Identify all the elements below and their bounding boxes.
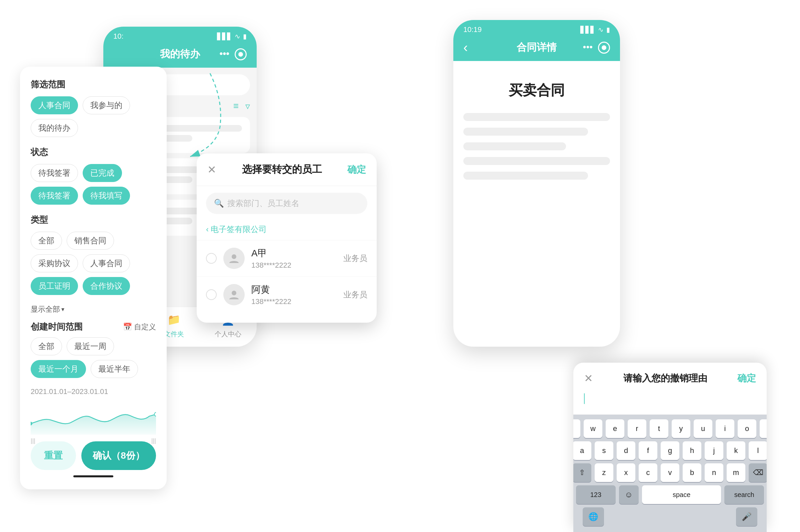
key-w[interactable]: w (584, 419, 602, 438)
filter-tag-wait-sign[interactable]: 待我签署 (31, 164, 78, 182)
filter-tags-status: 待我签署 已完成 待我签署 待我填写 (31, 164, 156, 205)
filter-tag-done[interactable]: 已完成 (83, 164, 122, 182)
key-mic[interactable]: 🎤 (736, 507, 757, 526)
signal-icons-todo: ▋▋▋ ∿ ▮ (217, 32, 247, 40)
nav-label-profile: 个人中心 (215, 330, 241, 339)
key-globe[interactable]: 🌐 (583, 507, 604, 526)
keyboard: q w e r t y u i o p a s d f g h j k (573, 415, 767, 532)
key-a[interactable]: a (573, 441, 591, 460)
filter-tag-wait-sign2[interactable]: 待我签署 (31, 187, 78, 205)
filter-tag-week[interactable]: 最近一周 (66, 337, 114, 355)
filter-title-range: 筛选范围 (31, 79, 156, 90)
list-icon[interactable]: ≡ (233, 101, 239, 112)
key-123[interactable]: 123 (576, 485, 616, 504)
confirm-button[interactable]: 确认（8份） (81, 441, 156, 470)
key-i[interactable]: i (716, 419, 734, 438)
filter-panel: 筛选范围 人事合同 我参与的 我的待办 状态 待我签署 已完成 待我签署 待我填… (20, 66, 167, 489)
custom-date[interactable]: 📅 自定义 (123, 322, 156, 332)
status-bar-detail: 10:19 ▋▋▋ ∿ ▮ (453, 20, 620, 37)
nav-title-todo: 我的待办 (160, 48, 200, 61)
signal-icon-detail: ▋▋▋ (580, 26, 595, 34)
key-n[interactable]: n (705, 463, 723, 482)
key-v[interactable]: v (661, 463, 679, 482)
key-space[interactable]: space (642, 485, 721, 504)
keyboard-row-2: a s d f g h j k l (576, 441, 764, 460)
battery-icon-detail: ▮ (606, 26, 610, 34)
cancel-input-area[interactable] (573, 388, 767, 415)
reset-button[interactable]: 重置 (31, 441, 76, 470)
detail-line-1 (463, 113, 610, 121)
filter-tag-time-all[interactable]: 全部 (31, 337, 62, 355)
record-icon-detail[interactable] (598, 42, 610, 54)
key-r[interactable]: r (628, 419, 646, 438)
filter-tag-coop[interactable]: 合作协议 (83, 277, 130, 295)
key-shift[interactable]: ⇧ (573, 463, 591, 482)
key-t[interactable]: t (650, 419, 668, 438)
wifi-icon: ∿ (235, 32, 240, 40)
filter-tag-half-year[interactable]: 最近半年 (91, 360, 138, 378)
filter-tags-range: 人事合同 我参与的 我的待办 (31, 96, 156, 137)
modal-cancel: ✕ 请输入您的撤销理由 确定 q w e r t y u i o p (573, 363, 767, 532)
filter-tag-wait-fill[interactable]: 待我填写 (83, 187, 130, 205)
show-all[interactable]: 显示全部 ▾ (31, 304, 156, 314)
key-u[interactable]: u (694, 419, 712, 438)
filter-icon[interactable]: ▿ (245, 101, 250, 112)
modal-transfer: ✕ 选择要转交的员工 确定 🔍 搜索部门、员工姓名 ‹ 电子签有限公司 A甲 1… (197, 153, 377, 323)
signal-detail: ▋▋▋ ∿ ▮ (580, 26, 610, 34)
key-h[interactable]: h (683, 441, 701, 460)
key-k[interactable]: k (727, 441, 745, 460)
key-emoji[interactable]: ☺ (619, 485, 639, 504)
filter-tag-all[interactable]: 全部 (31, 232, 62, 250)
contract-main-title: 买卖合同 (463, 81, 610, 100)
key-f[interactable]: f (639, 441, 657, 460)
employee-role-2: 业务员 (343, 289, 367, 300)
more-icon-detail[interactable]: ••• (583, 42, 593, 54)
key-search[interactable]: search (724, 485, 764, 504)
transfer-close-button[interactable]: ✕ (207, 163, 216, 176)
employee-item-1[interactable]: A甲 138****2222 业务员 (197, 240, 377, 276)
nav-icons-detail: ••• (583, 42, 610, 54)
cancel-confirm-button[interactable]: 确定 (737, 372, 756, 385)
transfer-confirm-button[interactable]: 确定 (347, 163, 366, 176)
key-p[interactable]: p (760, 419, 767, 438)
employee-item-2[interactable]: 阿黄 138****2222 业务员 (197, 276, 377, 313)
key-j[interactable]: j (705, 441, 723, 460)
employee-radio-1[interactable] (206, 253, 217, 264)
cancel-close-button[interactable]: ✕ (584, 372, 593, 385)
key-x[interactable]: x (617, 463, 635, 482)
filter-tag-hr2[interactable]: 人事合同 (83, 254, 130, 272)
key-q[interactable]: q (573, 419, 580, 438)
key-m[interactable]: m (727, 463, 745, 482)
key-c[interactable]: c (639, 463, 657, 482)
employee-radio-2[interactable] (206, 289, 217, 300)
key-s[interactable]: s (595, 441, 613, 460)
key-o[interactable]: o (738, 419, 756, 438)
key-z[interactable]: z (595, 463, 613, 482)
filter-tag-cert[interactable]: 员工证明 (31, 277, 78, 295)
back-button[interactable]: ‹ (463, 40, 468, 55)
filter-tag-todo[interactable]: 我的待办 (31, 119, 78, 137)
nav-bar-todo: 我的待办 ••• (103, 44, 257, 68)
key-g[interactable]: g (661, 441, 679, 460)
record-icon[interactable] (235, 48, 247, 60)
filter-tag-hr[interactable]: 人事合同 (31, 96, 78, 114)
key-y[interactable]: y (672, 419, 690, 438)
filter-tag-sales[interactable]: 销售合同 (66, 232, 114, 250)
transfer-title: 选择要转交的员工 (242, 163, 322, 176)
key-d[interactable]: d (617, 441, 635, 460)
filter-title-type: 类型 (31, 214, 156, 226)
company-item[interactable]: ‹ 电子签有限公司 (197, 221, 377, 238)
filter-tag-purchase[interactable]: 采购协议 (31, 254, 78, 272)
key-e[interactable]: e (606, 419, 624, 438)
employee-name-2: 阿黄 (251, 283, 337, 296)
nav-item-folder[interactable]: 📁 文件夹 (164, 312, 184, 339)
key-l[interactable]: l (749, 441, 767, 460)
key-b[interactable]: b (683, 463, 701, 482)
key-backspace[interactable]: ⌫ (749, 463, 767, 482)
cancel-modal-title: 请输入您的撤销理由 (623, 372, 707, 385)
filter-tag-participate[interactable]: 我参与的 (83, 96, 130, 114)
transfer-modal-header: ✕ 选择要转交的员工 确定 (197, 153, 377, 186)
more-icon[interactable]: ••• (220, 48, 229, 60)
transfer-search[interactable]: 🔍 搜索部门、员工姓名 (206, 193, 367, 214)
filter-tag-month[interactable]: 最近一个月 (31, 360, 86, 378)
